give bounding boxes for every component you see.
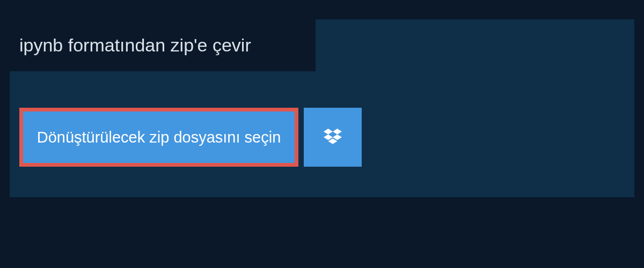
page-title: ipynb formatından zip'e çevir — [19, 35, 251, 56]
select-file-button[interactable]: Dönüştürülecek zip dosyasını seçin — [19, 108, 298, 167]
button-row: Dönüştürülecek zip dosyasını seçin — [19, 108, 362, 167]
dropbox-button[interactable] — [304, 108, 362, 167]
dropbox-icon — [324, 129, 342, 146]
title-bar: ipynb formatından zip'e çevir — [10, 19, 316, 71]
converter-panel: ipynb formatından zip'e çevir Dönüştürül… — [10, 19, 634, 197]
select-file-button-label: Dönüştürülecek zip dosyasını seçin — [37, 129, 281, 146]
